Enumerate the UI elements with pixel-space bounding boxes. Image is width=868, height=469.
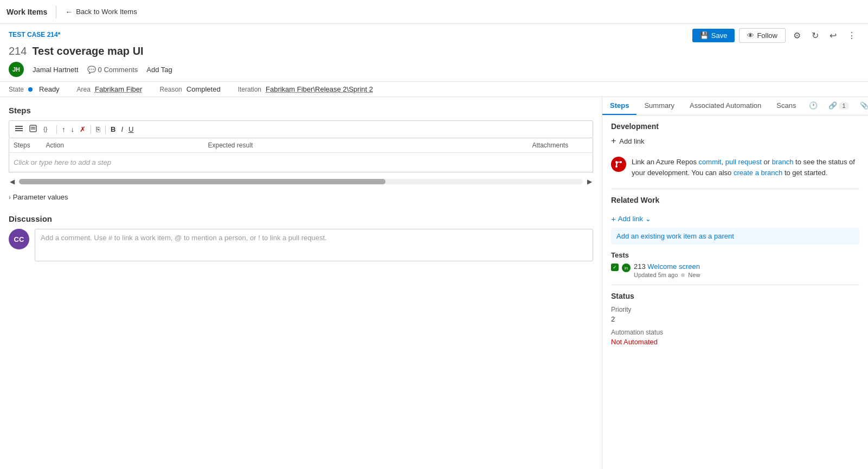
- attachments-tab-btn[interactable]: 📎 0: [854, 97, 868, 115]
- move-up-icon[interactable]: ↑: [60, 124, 68, 134]
- back-label: Back to Work Items: [76, 8, 137, 16]
- link-icon: 🔗: [828, 101, 837, 110]
- comment-input[interactable]: Add a comment. Use # to link a work item…: [35, 229, 593, 261]
- tests-label: Tests: [611, 251, 859, 259]
- insert-step-icon[interactable]: [12, 123, 25, 136]
- scroll-left-button[interactable]: ◀: [9, 177, 16, 187]
- h-scroll-track[interactable]: [19, 179, 583, 184]
- tab-scans[interactable]: Scans: [769, 97, 803, 115]
- commit-link[interactable]: commit: [699, 158, 722, 166]
- svg-point-7: [620, 161, 622, 163]
- add-step-row[interactable]: Click or type here to add a step: [9, 153, 593, 172]
- save-icon: 💾: [700, 31, 709, 40]
- test-item-link[interactable]: Welcome screen: [647, 262, 700, 271]
- branch-link[interactable]: branch: [772, 158, 794, 166]
- follow-button[interactable]: 👁 Follow: [739, 28, 786, 43]
- tab-summary[interactable]: Summary: [636, 97, 682, 115]
- iteration-label: Iteration: [238, 86, 261, 93]
- links-count-badge: 1: [839, 102, 848, 110]
- delete-step-icon[interactable]: ✗: [78, 124, 88, 134]
- paperclip-icon: 📎: [860, 101, 868, 110]
- bold-button[interactable]: B: [108, 124, 118, 134]
- tab-steps[interactable]: Steps: [602, 97, 636, 115]
- param-values-row[interactable]: › Parameter values: [9, 191, 593, 203]
- area-value[interactable]: Fabrikam Fiber: [95, 85, 142, 93]
- work-item-title-text: Test coverage map UI: [32, 45, 143, 57]
- col-expected: Expected result: [204, 138, 528, 153]
- reason-value[interactable]: Completed: [187, 85, 221, 93]
- state-value[interactable]: Ready: [39, 85, 60, 93]
- plus-icon: +: [611, 136, 616, 146]
- work-item-number: 214: [9, 45, 27, 57]
- chevron-down-icon-related: ⌄: [645, 215, 651, 223]
- svg-point-9: [615, 165, 618, 168]
- related-work-title: Related Work: [611, 196, 659, 204]
- svg-rect-2: [15, 130, 23, 131]
- dev-description-box: Link an Azure Repos commit, pull request…: [611, 152, 859, 182]
- discussion-section: Discussion CC Add a comment. Use # to li…: [9, 214, 593, 261]
- test-item-213: ✓ in 213 Welcome screen Updated 5m ago N…: [611, 262, 859, 278]
- development-title: Development: [611, 122, 859, 131]
- dev-description: Link an Azure Repos commit, pull request…: [632, 157, 859, 178]
- comments-link[interactable]: 💬 0 Comments: [87, 66, 138, 74]
- work-items-title: Work Items: [7, 8, 47, 16]
- insert-shared-step-icon[interactable]: [27, 123, 40, 136]
- test-updated-time: Updated 5m ago: [634, 272, 678, 278]
- test-status-dot-icon: [681, 273, 685, 277]
- status-section: Status Priority 2 Automation status Not …: [611, 292, 859, 346]
- related-work-header: Related Work: [611, 196, 859, 210]
- main-layout: Steps {} ↑ ↓ ✗ ⎘ B I U: [0, 97, 868, 469]
- refresh-button[interactable]: ↻: [808, 28, 822, 43]
- insert-param-icon[interactable]: {}: [41, 123, 54, 136]
- more-button[interactable]: ⋮: [844, 28, 859, 43]
- priority-label: Priority: [611, 306, 859, 313]
- add-tag-button[interactable]: Add Tag: [146, 66, 172, 74]
- links-tab-btn[interactable]: 🔗 1: [823, 97, 854, 115]
- iteration-value[interactable]: Fabrikam Fiber\Release 2\Sprint 2: [266, 85, 373, 93]
- h-scroll-thumb: [19, 179, 385, 184]
- toolbar-separator-3: [105, 125, 106, 134]
- save-button[interactable]: 💾 Save: [692, 29, 735, 42]
- svg-rect-0: [15, 126, 23, 127]
- toolbar-separator-1: [56, 125, 57, 134]
- priority-value[interactable]: 2: [611, 315, 859, 323]
- move-down-icon[interactable]: ↓: [69, 124, 77, 134]
- automation-status-value[interactable]: Not Automated: [611, 338, 859, 346]
- settings-button[interactable]: ⚙: [790, 28, 804, 43]
- status-title: Status: [611, 292, 859, 300]
- area-field: Area Fabrikam Fiber: [77, 85, 143, 93]
- underline-button[interactable]: U: [126, 124, 136, 134]
- author-name: Jamal Hartnett: [33, 66, 79, 74]
- steps-table: Steps Action Expected result Attachments…: [9, 138, 593, 172]
- top-bar-divider: [56, 5, 56, 18]
- section-divider-2: [611, 285, 859, 285]
- undo-button[interactable]: ↩: [826, 28, 840, 43]
- reason-label: Reason: [159, 86, 182, 93]
- param-values-label: Parameter values: [13, 193, 68, 201]
- scroll-right-button[interactable]: ▶: [586, 177, 593, 187]
- commenter-avatar: CC: [9, 229, 29, 249]
- toolbar-separator-2: [91, 125, 91, 134]
- dev-add-link[interactable]: + Add link: [611, 136, 859, 146]
- svg-rect-1: [15, 128, 23, 129]
- dev-add-link-label: Add link: [619, 137, 644, 145]
- eye-icon: 👁: [747, 31, 754, 40]
- col-action: Action: [42, 138, 204, 153]
- history-tab-btn[interactable]: 🕐: [803, 97, 823, 115]
- add-parent-link[interactable]: Add an existing work item as a parent: [611, 228, 859, 245]
- pull-request-link[interactable]: pull request: [725, 158, 762, 166]
- test-avatar-in: in: [622, 264, 631, 272]
- related-add-link[interactable]: + Add link ⌄: [611, 214, 859, 223]
- reason-field: Reason Completed: [159, 85, 220, 93]
- back-to-work-items[interactable]: ← Back to Work Items: [65, 8, 137, 16]
- right-panel: Steps Summary Associated Automation Scan…: [602, 97, 868, 469]
- italic-button[interactable]: I: [119, 124, 125, 134]
- tab-automation[interactable]: Associated Automation: [682, 97, 769, 115]
- comment-icon: 💬: [87, 66, 96, 74]
- discussion-title: Discussion: [9, 214, 593, 223]
- copy-step-icon[interactable]: ⎘: [94, 124, 102, 134]
- state-field: State Ready: [9, 85, 60, 93]
- header-toolbar: 💾 Save 👁 Follow ⚙ ↻ ↩ ⋮: [692, 28, 859, 43]
- step-placeholder[interactable]: Click or type here to add a step: [9, 153, 593, 172]
- create-branch-link[interactable]: create a branch: [734, 169, 782, 177]
